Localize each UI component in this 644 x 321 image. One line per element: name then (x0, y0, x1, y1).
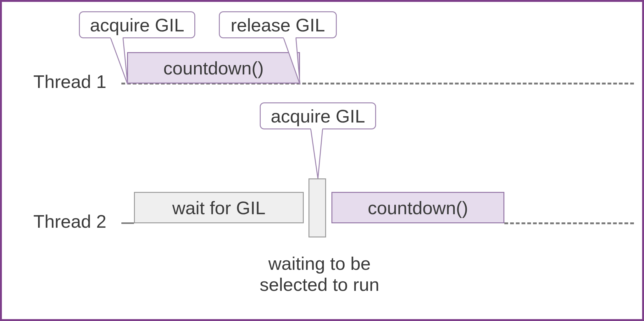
footer-note: waiting to be selected to run (231, 253, 408, 295)
svg-marker-5 (311, 128, 322, 129)
thread2-timeline-trail (504, 222, 634, 224)
thread1-label: Thread 1 (33, 71, 106, 92)
thread2-selection-box (308, 178, 326, 237)
svg-marker-0 (110, 37, 128, 84)
callout-acquire-gil-mid-tail (304, 128, 332, 179)
svg-marker-3 (284, 37, 296, 38)
diagram-frame: Thread 1 countdown() acquire GIL release… (0, 0, 644, 321)
callout-release-gil-top: release GIL (219, 11, 337, 38)
svg-marker-4 (311, 128, 323, 179)
diagram-stage: Thread 1 countdown() acquire GIL release… (2, 2, 642, 319)
thread1-countdown-box: countdown() (127, 52, 300, 84)
svg-marker-1 (111, 37, 123, 38)
thread2-countdown-text: countdown() (368, 197, 468, 218)
callout-acquire-gil-top: acquire GIL (79, 11, 195, 38)
thread2-label: Thread 2 (33, 211, 106, 232)
callout-acquire-gil-top-tail (106, 37, 140, 84)
footer-note-line1: waiting to be (231, 253, 408, 274)
svg-marker-2 (283, 37, 300, 84)
thread2-timeline-lead (121, 222, 134, 224)
callout-release-gil-top-text: release GIL (231, 14, 325, 35)
callout-acquire-gil-mid-text: acquire GIL (271, 106, 365, 127)
callout-acquire-gil-top-text: acquire GIL (90, 14, 184, 35)
thread2-wait-text: wait for GIL (172, 197, 266, 218)
callout-acquire-gil-mid: acquire GIL (260, 102, 376, 129)
footer-note-line2: selected to run (231, 274, 408, 295)
thread2-wait-box: wait for GIL (134, 192, 304, 223)
thread2-countdown-box: countdown() (331, 192, 504, 223)
callout-release-gil-top-tail (279, 37, 313, 84)
thread1-countdown-text: countdown() (163, 57, 264, 79)
